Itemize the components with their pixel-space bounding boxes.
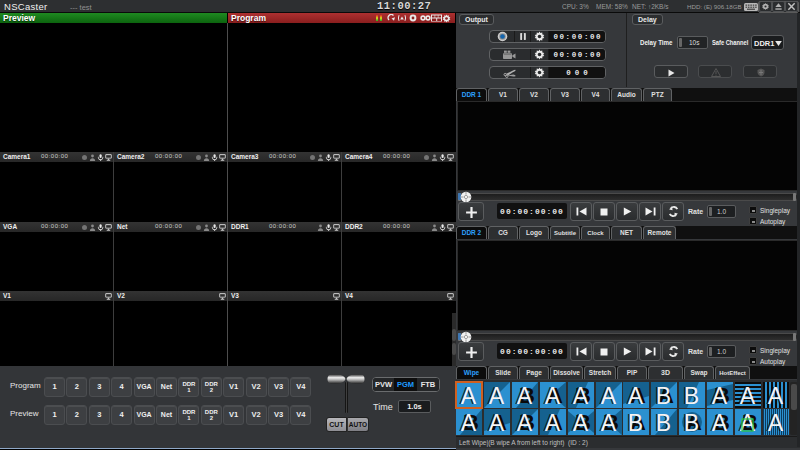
svg-text:A: A — [600, 410, 616, 436]
svg-text:A: A — [489, 383, 505, 409]
svg-text:B: B — [684, 410, 699, 436]
svg-text:A: A — [545, 383, 561, 409]
svg-text:B: B — [656, 410, 671, 436]
svg-text:B: B — [628, 410, 643, 436]
svg-text:A: A — [712, 410, 728, 436]
svg-text:A: A — [768, 410, 784, 436]
svg-text:A: A — [461, 410, 477, 436]
svg-text:A: A — [517, 410, 533, 436]
svg-text:A: A — [489, 410, 505, 436]
svg-text:A: A — [545, 410, 561, 436]
svg-text:A: A — [600, 383, 616, 409]
svg-text:A: A — [461, 383, 477, 409]
svg-text:A: A — [628, 383, 644, 409]
svg-text:B: B — [656, 383, 671, 409]
svg-text:A: A — [572, 383, 588, 409]
svg-text:A: A — [712, 383, 728, 409]
svg-text:A: A — [768, 383, 784, 409]
svg-text:A: A — [517, 383, 533, 409]
svg-text:A: A — [740, 383, 756, 409]
svg-text:A: A — [572, 410, 588, 436]
svg-text:B: B — [684, 383, 699, 409]
